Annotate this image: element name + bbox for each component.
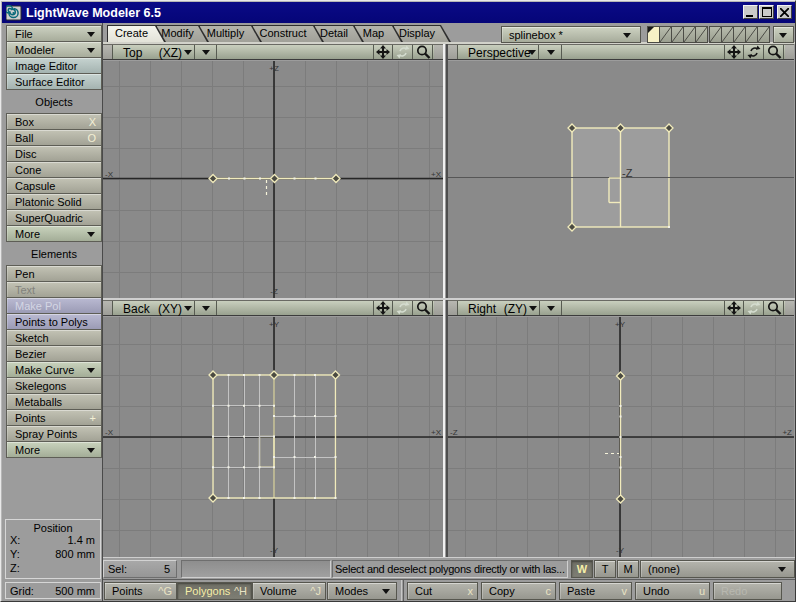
app-icon [6,5,22,21]
toolbar-paste-button[interactable]: Pastev [559,582,632,600]
zoom-icon [765,301,783,315]
grid-label: Grid: [10,585,34,597]
rotate-button[interactable] [745,45,764,59]
sidebar-item-pen[interactable]: Pen [6,265,102,282]
sidebar-item-points[interactable]: Points+ [6,409,102,426]
minimize-button[interactable] [743,5,758,19]
viewport-canvas-back[interactable]: +Y-Y-X+X [103,317,443,557]
sidebar-item-label: Modeler [15,44,55,56]
chevron-down-icon [529,306,537,311]
toolbar-volume-button[interactable]: Volume^J [252,582,326,600]
sidebar-item-cone[interactable]: Cone [6,161,102,178]
overlay-mode-m[interactable]: M [617,560,639,578]
toolbar-cut-button[interactable]: Cutx [407,582,478,600]
sidebar-item-label: Image Editor [15,60,77,72]
viewport-drag-handle[interactable] [103,301,113,315]
overlay-mode-t[interactable]: T [594,560,616,578]
toolbar-undo-button[interactable]: Undou [635,582,710,600]
sidebar-item-metaballs[interactable]: Metaballs [6,393,102,410]
view-type-dropdown[interactable]: Back(XY) [114,301,195,315]
sidebar-item-spray-points[interactable]: Spray Points [6,425,102,442]
overlay-mode-w[interactable]: W [571,560,593,578]
position-panel-title: Position [6,522,100,534]
toolbar-polygons-button[interactable]: Polygons^H [177,582,252,600]
viewport-splitter-vertical[interactable] [443,44,448,557]
view-type-dropdown[interactable]: Top(XZ) [114,45,195,59]
sidebar-item-box[interactable]: BoxX [6,113,102,130]
viewport-name: Back [123,302,150,316]
object-selector-value: splinebox * [509,29,563,41]
sidebar-item-label: Pen [15,268,35,280]
grid-size-box: Grid: 500 mm [5,582,101,599]
viewport-splitter-horizontal[interactable] [103,298,795,300]
pan-button[interactable] [725,45,744,59]
render-style-dropdown[interactable] [541,301,562,315]
sidebar-item-modeler[interactable]: Modeler [6,41,102,58]
sidebar-item-more[interactable]: More [6,225,102,242]
sidebar-item-image-editor[interactable]: Image Editor [6,57,102,74]
selection-count-box: Sel: 5 [103,560,177,578]
sidebar-item-points-to-polys[interactable]: Points to Polys [6,313,102,330]
object-selector[interactable]: splinebox * [501,26,641,43]
pan-button[interactable] [374,301,393,315]
layer-bank-dropdown[interactable] [773,26,794,43]
chevron-down-icon [202,306,210,311]
layer-content-marker [648,27,654,33]
toolbar-points-button[interactable]: Points^G [104,582,177,600]
sidebar-item-make-pol: Make Pol [6,297,102,314]
toolbar-button-label: Polygons [185,585,230,597]
app-window: LightWave Modeler 6.5 CreateModifyMultip… [0,0,796,602]
sidebar-item-superquadric[interactable]: SuperQuadric [6,209,102,226]
sidebar-item-bezier[interactable]: Bezier [6,345,102,362]
viewport-canvas-right[interactable]: +Y-Y-Z+Z [448,317,794,557]
toolbar-button-label: Volume [260,585,297,597]
zoom-button[interactable] [414,301,433,315]
tab-construct[interactable]: Construct [252,25,324,42]
sidebar-item-label: Sketch [15,332,49,344]
pan-button[interactable] [374,45,393,59]
overlay-mode-label: T [602,563,609,575]
tab-create[interactable]: Create [107,25,166,42]
viewport-axis-label: (XZ) [159,46,182,60]
viewport-scene-perspective: -Z [448,61,794,298]
toolbar-button-label: Modes [335,585,368,597]
viewport-drag-handle[interactable] [448,301,458,315]
sidebar-item-label: Disc [15,148,36,160]
sidebar-item-disc[interactable]: Disc [6,145,102,162]
viewport-canvas-perspective[interactable]: -Z [448,61,794,298]
zoom-button[interactable] [765,45,784,59]
sidebar-item-sketch[interactable]: Sketch [6,329,102,346]
toolbar-modes-button[interactable]: Modes [327,582,397,600]
sidebar-item-make-curve[interactable]: Make Curve [6,361,102,378]
rotate-icon [394,301,412,315]
sidebar-item-ball[interactable]: BallO [6,129,102,146]
view-type-dropdown[interactable]: Perspective [459,45,539,59]
zoom-button[interactable] [414,45,433,59]
viewport-name: Top [123,46,142,60]
render-style-dropdown[interactable] [541,45,562,59]
sidebar-item-platonic-solid[interactable]: Platonic Solid [6,193,102,210]
sidebar-item-file[interactable]: File [6,25,102,42]
sidebar-item-surface-editor[interactable]: Surface Editor [6,73,102,90]
render-style-dropdown[interactable] [196,301,217,315]
view-type-dropdown[interactable]: Right(ZY) [459,301,540,315]
chevron-down-icon [184,50,192,55]
viewport-canvas-top[interactable]: +Z-Z-X+X [103,61,443,298]
sidebar-item-capsule[interactable]: Capsule [6,177,102,194]
maximize-button[interactable] [759,5,774,19]
viewport-scene-right: +Y-Y-Z+Z [448,317,794,557]
layer-cell-10[interactable] [757,26,770,43]
vmap-dropdown[interactable]: (none) [640,560,795,578]
sidebar-item-more[interactable]: More [6,441,102,458]
close-button[interactable] [777,5,792,19]
render-style-dropdown[interactable] [196,45,217,59]
pan-button[interactable] [725,301,744,315]
toolbar-copy-button[interactable]: Copyc [481,582,556,600]
viewport-drag-handle[interactable] [103,45,113,59]
layer-cell-5[interactable] [695,26,708,43]
position-row-z: Z: [6,562,100,576]
viewport-drag-handle[interactable] [448,45,458,59]
zoom-button[interactable] [765,301,784,315]
sidebar-item-skelegons[interactable]: Skelegons [6,377,102,394]
chevron-down-icon [87,48,95,53]
